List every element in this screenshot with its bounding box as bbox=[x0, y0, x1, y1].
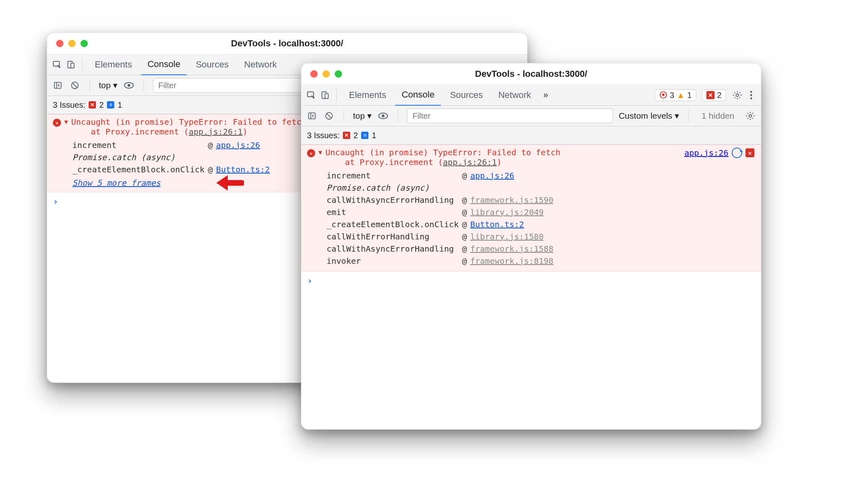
collapse-toggle-icon[interactable]: ▼ bbox=[318, 149, 322, 156]
svg-point-6 bbox=[128, 84, 131, 87]
tab-console[interactable]: Console bbox=[141, 54, 187, 76]
tab-console[interactable]: Console bbox=[395, 85, 441, 106]
stack-at: @ bbox=[208, 139, 216, 151]
warning-dot-icon: ▲ bbox=[677, 91, 685, 100]
stack-source-link[interactable]: framework.js:1590 bbox=[470, 195, 554, 205]
filter-input[interactable] bbox=[407, 109, 613, 123]
window-title: DevTools - localhost:3000/ bbox=[301, 69, 761, 79]
inspect-icon[interactable] bbox=[51, 59, 63, 70]
stack-row: increment@app.js:26 bbox=[327, 169, 557, 182]
tab-elements[interactable]: Elements bbox=[88, 54, 139, 75]
chevron-down-icon bbox=[113, 80, 118, 90]
inspect-icon[interactable] bbox=[305, 89, 317, 101]
stack-fn: callWithErrorHandling bbox=[327, 230, 462, 243]
svg-rect-14 bbox=[309, 113, 316, 119]
minimize-button[interactable] bbox=[68, 40, 76, 47]
collapse-toggle-icon[interactable]: ▼ bbox=[64, 118, 68, 126]
tab-elements[interactable]: Elements bbox=[342, 85, 393, 105]
context-selector[interactable]: top bbox=[353, 111, 372, 121]
stack-row: _createElementBlock.onClick@Button.ts:2 bbox=[327, 218, 557, 230]
stack-source-link[interactable]: framework.js:8198 bbox=[470, 256, 554, 266]
hidden-count[interactable]: 1 hidden bbox=[702, 111, 734, 121]
tab-network[interactable]: Network bbox=[238, 54, 283, 75]
stack-source-link[interactable]: app.js:26 bbox=[470, 171, 514, 180]
svg-point-10 bbox=[736, 94, 739, 96]
status-x-badge[interactable]: ✕ 2 bbox=[702, 89, 726, 101]
clear-console-icon[interactable] bbox=[69, 80, 81, 91]
sidebar-toggle-icon[interactable] bbox=[52, 80, 63, 91]
error-source-link[interactable]: app.js:26:1 bbox=[443, 157, 497, 167]
minimize-button[interactable] bbox=[323, 70, 330, 78]
log-levels-selector[interactable]: Custom levels bbox=[619, 111, 679, 121]
svg-rect-3 bbox=[54, 83, 61, 89]
traffic-lights bbox=[301, 70, 342, 78]
error-message: Uncaught (in promise) TypeError: Failed … bbox=[325, 148, 560, 167]
stack-at: @ bbox=[462, 255, 470, 267]
source-link[interactable]: app.js:26 bbox=[684, 148, 728, 158]
stack-row: callWithAsyncErrorHandling@framework.js:… bbox=[327, 194, 557, 206]
stack-async-label: Promise.catch (async) bbox=[72, 151, 273, 163]
console-prompt[interactable]: › bbox=[301, 272, 761, 290]
status-errors-badge[interactable]: ⦿ 3 ▲ 1 bbox=[655, 89, 696, 101]
issues-error-count: 2 bbox=[99, 100, 104, 110]
sidebar-toggle-icon[interactable] bbox=[306, 110, 318, 122]
issues-label: 3 Issues: bbox=[53, 100, 85, 110]
stack-async-label: Promise.catch (async) bbox=[327, 182, 557, 194]
stack-source-link[interactable]: framework.js:1588 bbox=[470, 244, 554, 254]
error-badge-icon: ✕ bbox=[89, 101, 96, 109]
stack-fn: _createElementBlock.onClick bbox=[327, 218, 462, 230]
stack-source-link[interactable]: Button.ts:2 bbox=[470, 219, 524, 229]
device-toolbar-icon[interactable] bbox=[65, 59, 76, 70]
kebab-menu-icon[interactable] bbox=[745, 89, 757, 101]
error-source-right: app.js:26 ✕ bbox=[684, 148, 754, 158]
stack-at: @ bbox=[462, 230, 470, 243]
stack-source-link[interactable]: library.js:1580 bbox=[470, 232, 544, 241]
maximize-button[interactable] bbox=[335, 70, 342, 78]
svg-rect-9 bbox=[325, 93, 328, 98]
divider bbox=[82, 59, 83, 71]
chevron-down-icon bbox=[675, 111, 679, 121]
stack-row: callWithAsyncErrorHandling@framework.js:… bbox=[327, 243, 557, 255]
stack-at: @ bbox=[208, 163, 216, 176]
show-more-link[interactable]: Show 5 more frames bbox=[72, 178, 161, 188]
more-tabs-icon[interactable] bbox=[540, 89, 551, 101]
error-source-link[interactable]: app.js:26:1 bbox=[189, 127, 242, 137]
console-settings-gear-icon[interactable] bbox=[745, 110, 756, 122]
stack-fn: emit bbox=[327, 206, 462, 218]
svg-point-11 bbox=[750, 91, 752, 93]
stack-source-link[interactable]: library.js:2049 bbox=[470, 207, 544, 217]
close-button[interactable] bbox=[310, 70, 318, 78]
device-toolbar-icon[interactable] bbox=[319, 89, 331, 101]
stack-source-link[interactable]: Button.ts:2 bbox=[216, 165, 270, 174]
issues-message-count: 1 bbox=[118, 100, 122, 110]
issues-bar[interactable]: 3 Issues: ✕ 2 ≡ 1 bbox=[301, 126, 761, 145]
stack-fn: increment bbox=[72, 139, 208, 151]
maximize-button[interactable] bbox=[81, 40, 88, 47]
issues-label: 3 Issues: bbox=[307, 131, 340, 140]
live-expression-icon[interactable] bbox=[123, 80, 135, 91]
stack-fn: callWithAsyncErrorHandling bbox=[327, 194, 462, 206]
tab-sources[interactable]: Sources bbox=[189, 54, 235, 75]
stack-fn: _createElementBlock.onClick bbox=[72, 163, 208, 176]
divider bbox=[688, 110, 689, 122]
feedback-icon[interactable]: ✕ bbox=[745, 148, 754, 157]
stack-source-link[interactable]: app.js:26 bbox=[216, 140, 260, 150]
settings-gear-icon[interactable] bbox=[732, 89, 743, 101]
reload-icon[interactable] bbox=[732, 148, 742, 158]
close-button[interactable] bbox=[56, 40, 63, 47]
stack-trace: increment@app.js:26Promise.catch (async)… bbox=[327, 169, 755, 267]
tab-sources[interactable]: Sources bbox=[443, 85, 489, 105]
context-selector[interactable]: top bbox=[99, 80, 118, 90]
context-label: top bbox=[353, 111, 365, 121]
live-expression-icon[interactable] bbox=[377, 110, 389, 122]
stack-at: @ bbox=[462, 243, 470, 255]
stack-fn: callWithAsyncErrorHandling bbox=[327, 243, 462, 255]
error-entry: ✕ ▼ Uncaught (in promise) TypeError: Fai… bbox=[301, 145, 761, 272]
error-dot-icon: ⦿ bbox=[659, 91, 667, 100]
console-output: ✕ ▼ Uncaught (in promise) TypeError: Fai… bbox=[301, 145, 761, 429]
tab-network[interactable]: Network bbox=[492, 85, 538, 105]
titlebar: DevTools - localhost:3000/ bbox=[301, 63, 761, 85]
divider bbox=[344, 110, 344, 122]
svg-point-18 bbox=[749, 115, 752, 117]
clear-console-icon[interactable] bbox=[323, 110, 335, 122]
